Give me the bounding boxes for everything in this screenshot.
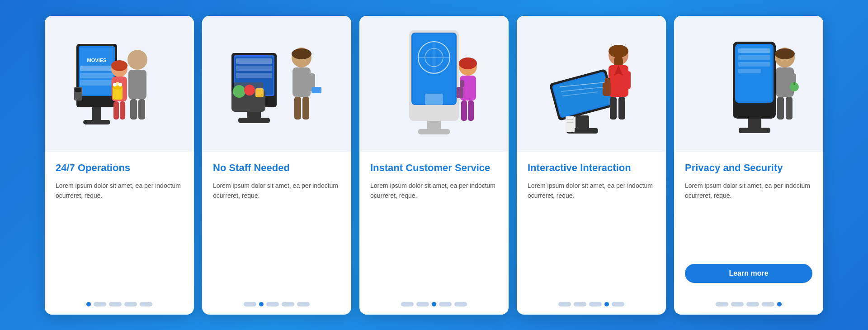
svg-rect-55 <box>427 121 441 130</box>
dot-inactive[interactable] <box>439 302 452 306</box>
card-1-content: 24/7 Operations Lorem ipsum dolor sit am… <box>45 152 194 297</box>
card-5-illustration <box>674 16 823 152</box>
svg-point-58 <box>459 57 477 69</box>
svg-rect-20 <box>120 101 125 120</box>
svg-rect-62 <box>457 87 463 98</box>
svg-rect-43 <box>302 97 309 120</box>
card-customer-service: Instant Customer Service Lorem ipsum dol… <box>359 16 509 315</box>
svg-text:MOVIES: MOVIES <box>87 57 107 63</box>
svg-rect-30 <box>236 58 272 64</box>
card-5-title: Privacy and Security <box>685 162 812 175</box>
svg-rect-31 <box>236 66 272 71</box>
svg-rect-6 <box>80 80 113 86</box>
svg-rect-72 <box>566 116 575 132</box>
dot-inactive[interactable] <box>140 302 152 306</box>
svg-rect-4 <box>80 66 113 71</box>
svg-rect-63 <box>460 80 464 87</box>
dot-active <box>259 302 264 306</box>
svg-point-26 <box>118 83 122 86</box>
svg-point-37 <box>233 85 245 98</box>
card-4-illustration <box>517 16 666 152</box>
movie-kiosk-svg: MOVIES <box>49 17 189 150</box>
svg-rect-81 <box>610 97 617 120</box>
card-5-footer <box>674 297 823 315</box>
dot-inactive[interactable] <box>401 302 414 306</box>
svg-point-11 <box>127 50 147 70</box>
svg-rect-14 <box>138 99 145 120</box>
card-4-footer <box>517 297 666 315</box>
card-1-footer <box>45 297 194 315</box>
dot-inactive[interactable] <box>589 302 602 306</box>
card-1-title: 24/7 Operations <box>56 162 183 175</box>
svg-rect-89 <box>738 48 770 53</box>
dot-inactive[interactable] <box>612 302 624 306</box>
dot-inactive[interactable] <box>297 302 310 306</box>
dot-inactive[interactable] <box>574 302 586 306</box>
card-2-title: No Staff Needed <box>213 162 340 175</box>
card-1-illustration: MOVIES <box>45 16 194 152</box>
dot-inactive[interactable] <box>716 302 728 306</box>
svg-point-96 <box>775 48 795 59</box>
svg-rect-85 <box>625 71 631 89</box>
card-no-staff: No Staff Needed Lorem ipsum dolor sit am… <box>202 16 351 315</box>
card-2-content: No Staff Needed Lorem ipsum dolor sit am… <box>202 152 351 297</box>
dot-inactive[interactable] <box>124 302 137 306</box>
svg-rect-10 <box>75 88 81 92</box>
card-interactive: Interactive Interaction Lorem ipsum dolo… <box>517 16 666 315</box>
card-2-footer <box>202 297 351 315</box>
svg-rect-45 <box>311 87 321 93</box>
svg-rect-90 <box>738 55 770 60</box>
svg-point-46 <box>292 48 311 59</box>
dot-inactive[interactable] <box>731 302 744 306</box>
table-kiosk-svg <box>521 17 661 150</box>
dot-inactive[interactable] <box>266 302 279 306</box>
dot-inactive[interactable] <box>282 302 294 306</box>
card-4-content: Interactive Interaction Lorem ipsum dolo… <box>517 152 666 297</box>
dot-inactive[interactable] <box>244 302 256 306</box>
card-247-operations: MOVIES <box>45 16 194 315</box>
svg-rect-102 <box>793 82 795 85</box>
dot-inactive[interactable] <box>746 302 759 306</box>
card-1-desc: Lorem ipsum dolor sit amet, ea per indoc… <box>56 181 183 289</box>
card-4-desc: Lorem ipsum dolor sit amet, ea per indoc… <box>528 181 655 289</box>
dot-active <box>777 302 782 306</box>
svg-rect-60 <box>461 100 467 121</box>
svg-rect-42 <box>294 97 301 120</box>
grocery-kiosk-svg <box>207 17 347 150</box>
card-3-content: Instant Customer Service Lorem ipsum dol… <box>359 152 509 297</box>
dot-inactive[interactable] <box>558 302 571 306</box>
svg-rect-5 <box>80 73 113 78</box>
dot-inactive[interactable] <box>94 302 106 306</box>
dot-inactive[interactable] <box>762 302 774 306</box>
dot-inactive[interactable] <box>416 302 429 306</box>
svg-rect-94 <box>739 128 770 133</box>
dot-inactive[interactable] <box>454 302 467 306</box>
svg-rect-82 <box>618 97 625 120</box>
dot-active <box>432 302 436 306</box>
dot-inactive[interactable] <box>109 302 122 306</box>
svg-rect-92 <box>738 69 761 73</box>
card-5-desc: Lorem ipsum dolor sit amet, ea per indoc… <box>685 181 812 263</box>
svg-rect-16 <box>141 76 146 91</box>
svg-point-21 <box>111 60 127 71</box>
svg-rect-19 <box>113 101 119 120</box>
card-3-title: Instant Customer Service <box>370 162 498 175</box>
info-kiosk-svg <box>364 17 504 150</box>
card-4-title: Interactive Interaction <box>528 162 655 175</box>
svg-rect-8 <box>83 120 110 124</box>
svg-rect-98 <box>777 97 784 120</box>
svg-point-38 <box>244 85 255 96</box>
svg-rect-61 <box>468 100 474 121</box>
svg-rect-70 <box>576 115 589 129</box>
card-3-illustration <box>359 16 509 152</box>
card-3-footer <box>359 297 509 315</box>
card-5-content: Privacy and Security Lorem ipsum dolor s… <box>674 152 823 297</box>
svg-rect-56 <box>418 129 450 134</box>
card-3-desc: Lorem ipsum dolor sit amet, ea per indoc… <box>370 181 498 289</box>
svg-rect-66 <box>553 73 611 116</box>
svg-rect-32 <box>236 73 272 78</box>
learn-more-button[interactable]: Learn more <box>685 264 812 283</box>
svg-rect-99 <box>786 97 793 120</box>
svg-rect-54 <box>425 94 443 105</box>
svg-rect-83 <box>603 82 611 96</box>
